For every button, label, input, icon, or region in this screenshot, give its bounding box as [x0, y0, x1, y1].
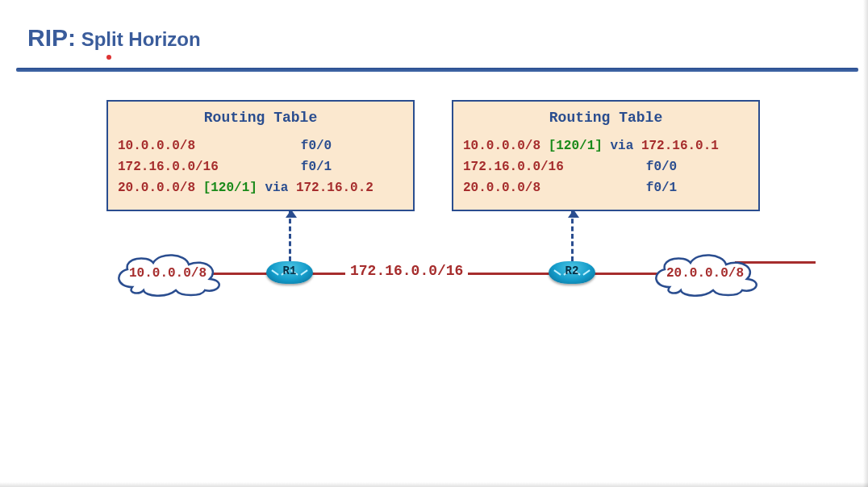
title-main: RIP: [27, 24, 76, 51]
table-row: 20.0.0.0/8 [120/1] via 172.16.0.2 [118, 177, 403, 198]
routing-table-r2: Routing Table 10.0.0.0/8 [120/1] via 172… [452, 100, 760, 211]
table-row: 20.0.0.0/8 f0/1 [463, 177, 749, 198]
table-row: 172.16.0.0/16 f0/1 [118, 156, 403, 177]
update-arrow-r2 [571, 211, 574, 261]
frame-edge-right [863, 0, 868, 487]
slide-title: RIP: Split Horizon [27, 24, 201, 52]
routing-table-title: Routing Table [118, 110, 403, 126]
title-divider [16, 68, 858, 72]
table-row: 172.16.0.0/16 f0/0 [463, 156, 749, 177]
routing-table-r1: Routing Table 10.0.0.0/8 f0/0 172.16.0.0… [106, 100, 415, 211]
routing-table-title: Routing Table [463, 110, 749, 126]
router-r2: R2 [549, 261, 595, 284]
cloud-label: 20.0.0.0/8 [666, 266, 744, 281]
frame-edge-bottom [0, 482, 868, 487]
update-arrow-r1 [289, 211, 291, 261]
slide: RIP: Split Horizon Routing Table 10.0.0.… [0, 0, 868, 487]
router-label: R2 [549, 264, 595, 277]
title-sub: Split Horizon [76, 28, 201, 50]
network-cloud-left: 10.0.0.0/8 [108, 250, 227, 297]
arrowhead-icon [286, 210, 297, 218]
cursor-icon [103, 52, 115, 63]
middle-subnet-label: 172.16.0.0/16 [345, 263, 468, 279]
table-row: 10.0.0.0/8 [120/1] via 172.16.0.1 [463, 135, 749, 156]
router-r1: R1 [266, 261, 313, 284]
arrowhead-icon [568, 210, 579, 218]
table-row: 10.0.0.0/8 f0/0 [118, 135, 403, 156]
network-cloud-right: 20.0.0.0/8 [645, 250, 765, 297]
cloud-label: 10.0.0.0/8 [129, 266, 207, 281]
router-label: R1 [266, 264, 313, 277]
